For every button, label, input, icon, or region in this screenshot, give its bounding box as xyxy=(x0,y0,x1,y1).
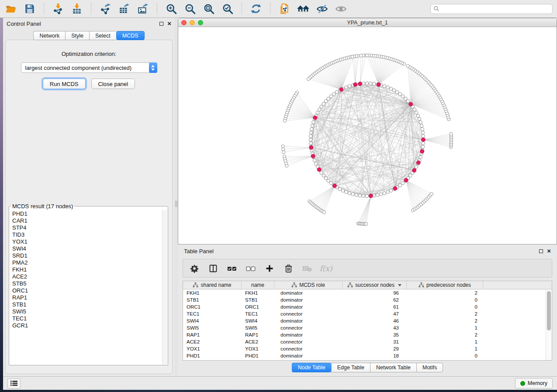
cell-successor-nodes[interactable]: 18 xyxy=(343,353,407,358)
cell-successor-nodes[interactable]: 62 xyxy=(343,297,407,303)
close-panel-icon[interactable]: × xyxy=(547,249,551,253)
search-input[interactable] xyxy=(441,6,550,12)
cell-predecessor-nodes[interactable]: 1 xyxy=(407,339,483,344)
table-row[interactable]: SWI5 SWI5 connector 43 1 xyxy=(183,324,546,331)
run-mcds-button[interactable]: Run MCDS xyxy=(43,79,86,89)
cell-predecessor-nodes[interactable]: 0 xyxy=(407,353,483,358)
open-session-button[interactable] xyxy=(4,2,17,15)
cell-predecessor-nodes[interactable]: 1 xyxy=(407,325,483,330)
table-row[interactable]: STB1 STB1 dominator 62 0 xyxy=(183,296,546,303)
list-item[interactable]: FKH1 xyxy=(12,266,162,273)
cell-mcds-role[interactable]: dominator xyxy=(274,332,343,337)
cell-mcds-role[interactable]: connector xyxy=(274,339,343,344)
table-row[interactable]: ORC1 ORC1 dominator 61 0 xyxy=(183,303,546,310)
cell-predecessor-nodes[interactable]: 2 xyxy=(407,311,483,316)
cell-successor-nodes[interactable]: 61 xyxy=(343,304,407,309)
share-document-button[interactable] xyxy=(278,2,291,15)
cell-mcds-role[interactable]: dominator xyxy=(274,290,343,296)
table-row[interactable]: TEC1 TEC1 connector 47 2 xyxy=(183,310,546,317)
list-item[interactable]: SRD1 xyxy=(12,252,162,259)
home-networks-button[interactable] xyxy=(297,2,310,15)
memory-button[interactable]: Memory xyxy=(515,378,553,389)
list-item[interactable]: TEC1 xyxy=(12,315,162,322)
select-all-button[interactable] xyxy=(227,263,237,274)
cell-mcds-role[interactable]: connector xyxy=(274,346,343,351)
list-item[interactable]: CAR1 xyxy=(12,217,162,224)
cell-shared-name[interactable]: STB1 xyxy=(183,297,242,303)
close-panel-icon[interactable]: × xyxy=(167,21,171,26)
list-item[interactable]: SWI4 xyxy=(12,245,162,252)
show-columns-button[interactable] xyxy=(208,263,218,274)
show-all-button[interactable] xyxy=(334,2,347,15)
delete-table-button[interactable] xyxy=(302,263,312,274)
tab-motifs[interactable]: Motifs xyxy=(416,363,443,372)
table-row[interactable]: YOX1 YOX1 connector 29 1 xyxy=(183,345,546,352)
column-header-shared-name[interactable]: shared name xyxy=(183,281,242,289)
float-panel-icon[interactable] xyxy=(159,22,163,26)
column-header-predecessor-nodes[interactable]: predecessor nodes xyxy=(407,281,483,289)
export-network-button[interactable] xyxy=(99,2,112,15)
table-scrollbar-thumb[interactable] xyxy=(547,291,551,330)
result-list-scrollbar[interactable] xyxy=(162,210,167,364)
cell-name[interactable]: FKH1 xyxy=(242,290,274,296)
float-panel-icon[interactable] xyxy=(539,249,543,253)
list-item[interactable]: STP4 xyxy=(12,224,162,231)
panel-splitter[interactable] xyxy=(175,18,178,376)
zoom-out-button[interactable] xyxy=(183,2,197,15)
cell-name[interactable]: ORC1 xyxy=(242,304,274,309)
table-row[interactable]: RAP1 RAP1 dominator 35 2 xyxy=(183,331,546,338)
cell-shared-name[interactable]: SWI5 xyxy=(183,325,242,330)
tab-node-table[interactable]: Node Table xyxy=(292,363,331,372)
list-item[interactable]: YOX1 xyxy=(12,238,162,245)
mcds-result-list[interactable]: PHD1 CAR1 STP4 TID3 YOX1 SWI4 SRD1 PMA2 … xyxy=(10,210,162,364)
cell-name[interactable]: SWI5 xyxy=(242,325,274,330)
table-scrollbar[interactable] xyxy=(546,289,552,360)
function-builder-button[interactable]: f(x) xyxy=(321,263,331,274)
cell-predecessor-nodes[interactable]: 2 xyxy=(407,290,483,296)
list-item[interactable]: ACE2 xyxy=(12,273,162,280)
close-panel-button[interactable]: Close panel xyxy=(91,79,135,89)
cell-successor-nodes[interactable]: 35 xyxy=(343,332,407,337)
refresh-button[interactable] xyxy=(249,2,263,15)
cell-shared-name[interactable]: YOX1 xyxy=(183,346,242,351)
cell-predecessor-nodes[interactable]: 0 xyxy=(407,304,483,309)
cell-shared-name[interactable]: ORC1 xyxy=(183,304,242,309)
cell-name[interactable]: ACE2 xyxy=(242,339,274,344)
cell-name[interactable]: PHD1 xyxy=(242,353,274,358)
import-network-button[interactable] xyxy=(52,2,65,15)
network-window-titlebar[interactable]: YPA_prune.txt_1 xyxy=(178,18,557,27)
column-header-name[interactable]: name xyxy=(242,281,274,289)
delete-column-button[interactable] xyxy=(283,263,294,274)
list-item[interactable]: STB1 xyxy=(12,301,162,308)
cell-successor-nodes[interactable]: 47 xyxy=(343,311,407,316)
list-item[interactable]: TID3 xyxy=(12,231,162,238)
cell-mcds-role[interactable]: dominator xyxy=(274,297,343,303)
zoom-selected-button[interactable] xyxy=(221,2,234,15)
criterion-select[interactable]: largest connected component (undirected) xyxy=(21,62,157,73)
tab-mcds[interactable]: MCDS xyxy=(116,31,145,40)
export-table-button[interactable] xyxy=(118,2,131,15)
cell-predecessor-nodes[interactable]: 2 xyxy=(407,318,483,323)
table-row[interactable]: PHD1 PHD1 dominator 18 0 xyxy=(183,352,546,359)
cell-shared-name[interactable]: SWI4 xyxy=(183,318,242,323)
cell-name[interactable]: SWI4 xyxy=(242,318,274,323)
column-header-successor-nodes[interactable]: successor nodes xyxy=(343,281,407,289)
deselect-all-button[interactable] xyxy=(246,263,256,274)
tab-style[interactable]: Style xyxy=(65,31,89,40)
table-row[interactable]: SWI4 SWI4 dominator 46 2 xyxy=(183,317,546,324)
cell-name[interactable]: STB1 xyxy=(242,297,274,303)
save-session-button[interactable] xyxy=(23,2,36,15)
table-row[interactable]: FKH1 FKH1 dominator 96 2 xyxy=(183,289,546,296)
list-item[interactable]: SWI5 xyxy=(12,308,162,315)
cell-shared-name[interactable]: RAP1 xyxy=(183,332,242,337)
zoom-in-button[interactable] xyxy=(165,2,178,15)
cell-shared-name[interactable]: ACE2 xyxy=(183,339,242,344)
cell-name[interactable]: RAP1 xyxy=(242,332,274,337)
task-history-button[interactable] xyxy=(7,378,21,389)
tab-network-table[interactable]: Network Table xyxy=(370,363,416,372)
cell-mcds-role[interactable]: dominator xyxy=(274,304,343,309)
cell-predecessor-nodes[interactable]: 0 xyxy=(407,297,483,303)
cell-name[interactable]: TEC1 xyxy=(242,311,274,316)
cell-predecessor-nodes[interactable]: 1 xyxy=(407,346,483,351)
export-image-button[interactable] xyxy=(136,2,149,15)
